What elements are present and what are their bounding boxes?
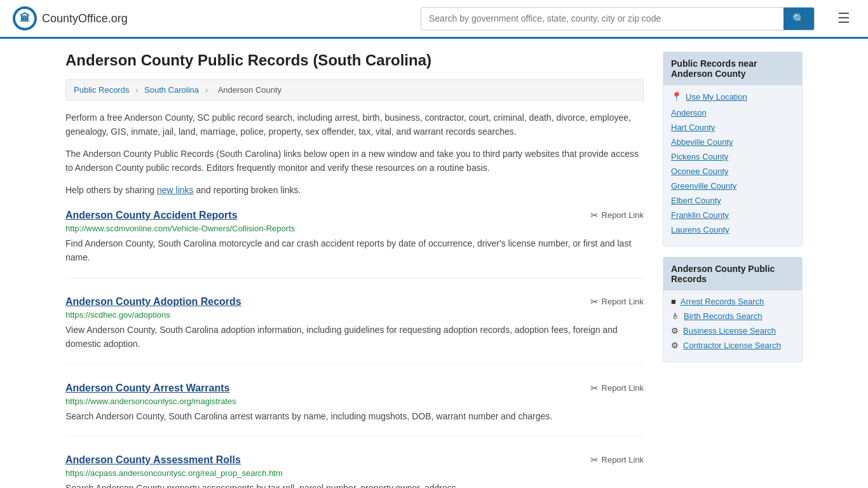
sidebar-record-item-3: ⚙ Contractor License Search: [671, 341, 794, 350]
svg-text:🏛: 🏛: [20, 12, 30, 24]
sidebar-record-item-2: ⚙ Business License Search: [671, 326, 794, 336]
description-paragraph-1: Perform a free Anderson County, SC publi…: [65, 111, 644, 139]
nearby-link-7[interactable]: Franklin County: [671, 210, 794, 220]
breadcrumb: Public Records › South Carolina › Anders…: [65, 79, 644, 100]
sidebar-record-item-1: 🕯 Birth Records Search: [671, 311, 794, 321]
nearby-link-8[interactable]: Laurens County: [671, 225, 794, 234]
scissors-icon-2: ✂: [590, 383, 599, 394]
scissors-icon-1: ✂: [590, 296, 599, 308]
record-icon-2: ⚙: [671, 326, 679, 336]
records-sidebar-body: ■ Arrest Records Search 🕯 Birth Records …: [663, 290, 802, 362]
record-entry: Anderson County Adoption Records ✂ Repor…: [65, 296, 644, 365]
record-title-0[interactable]: Anderson County Accident Reports: [65, 210, 238, 221]
record-title-1[interactable]: Anderson County Adoption Records: [65, 296, 241, 308]
record-desc-1: View Anderson County, South Carolina ado…: [65, 323, 644, 351]
nearby-body: 📍 Use My Location AndersonHart CountyAbb…: [663, 85, 802, 246]
breadcrumb-public-records[interactable]: Public Records: [74, 85, 129, 95]
sidebar-record-item-0: ■ Arrest Records Search: [671, 297, 794, 306]
content-area: Anderson County Public Records (South Ca…: [65, 51, 644, 488]
description3-pre: Help others by sharing: [65, 185, 157, 195]
search-button[interactable]: 🔍: [783, 8, 814, 30]
nearby-link-1[interactable]: Hart County: [671, 123, 794, 132]
sidebar-record-link-2[interactable]: Business License Search: [683, 326, 776, 336]
records-sidebar-section: Anderson County Public Records ■ Arrest …: [663, 257, 803, 362]
record-icon-0: ■: [671, 297, 676, 306]
records-sidebar-header: Anderson County Public Records: [663, 257, 802, 290]
record-icon-3: ⚙: [671, 341, 679, 350]
record-url-3[interactable]: https://acpass.andersoncountysc.org/real…: [65, 468, 644, 478]
search-area: 🔍: [421, 7, 815, 30]
report-link-label-0: Report Link: [602, 210, 644, 220]
nearby-header: Public Records near Anderson County: [663, 52, 802, 85]
record-header-0: Anderson County Accident Reports ✂ Repor…: [65, 210, 644, 221]
report-link-0[interactable]: ✂ Report Link: [590, 210, 644, 221]
report-link-label-1: Report Link: [602, 297, 644, 306]
menu-button[interactable]: ☰: [832, 8, 855, 29]
breadcrumb-south-carolina[interactable]: South Carolina: [144, 85, 199, 95]
nearby-link-6[interactable]: Elbert County: [671, 196, 794, 205]
sidebar-record-link-1[interactable]: Birth Records Search: [684, 311, 763, 321]
record-header-1: Anderson County Adoption Records ✂ Repor…: [65, 296, 644, 308]
site-header: 🏛 CountyOffice.org 🔍 ☰: [0, 0, 868, 39]
record-url-2[interactable]: https://www.andersoncountysc.org/magistr…: [65, 396, 644, 406]
report-link-2[interactable]: ✂ Report Link: [590, 383, 644, 394]
report-link-label-3: Report Link: [602, 455, 644, 464]
record-desc-0: Find Anderson County, South Carolina mot…: [65, 236, 644, 265]
record-desc-2: Search Anderson County, South Carolina a…: [65, 409, 644, 423]
record-icon-1: 🕯: [671, 311, 679, 321]
description-paragraph-3: Help others by sharing new links and rep…: [65, 183, 644, 197]
page-title: Anderson County Public Records (South Ca…: [65, 51, 644, 69]
record-entry: Anderson County Assessment Rolls ✂ Repor…: [65, 454, 644, 488]
use-my-location-link[interactable]: Use My Location: [686, 92, 747, 102]
record-title-2[interactable]: Anderson County Arrest Warrants: [65, 383, 229, 394]
pin-icon: 📍: [671, 92, 682, 102]
record-header-3: Anderson County Assessment Rolls ✂ Repor…: [65, 454, 644, 466]
main-container: Anderson County Public Records (South Ca…: [53, 39, 815, 488]
nearby-link-0[interactable]: Anderson: [671, 108, 794, 118]
logo-icon: 🏛: [13, 6, 37, 30]
description-paragraph-2: The Anderson County Public Records (Sout…: [65, 147, 644, 175]
search-input[interactable]: [421, 8, 783, 29]
record-entry: Anderson County Arrest Warrants ✂ Report…: [65, 383, 644, 437]
breadcrumb-anderson-county: Anderson County: [218, 85, 281, 95]
record-desc-3: Search Anderson County property assessme…: [65, 481, 644, 488]
record-title-3[interactable]: Anderson County Assessment Rolls: [65, 454, 241, 466]
logo-text: CountyOffice.org: [42, 12, 128, 25]
record-header-2: Anderson County Arrest Warrants ✂ Report…: [65, 383, 644, 394]
sidebar-record-link-0[interactable]: Arrest Records Search: [681, 297, 764, 306]
record-entry: Anderson County Accident Reports ✂ Repor…: [65, 210, 644, 278]
sidebar-record-links: ■ Arrest Records Search 🕯 Birth Records …: [671, 297, 794, 350]
records-list: Anderson County Accident Reports ✂ Repor…: [65, 210, 644, 488]
record-url-0[interactable]: http://www.scdmvonline.com/Vehicle-Owner…: [65, 224, 644, 233]
sidebar-record-link-3[interactable]: Contractor License Search: [683, 341, 781, 350]
logo-suffix: .org: [108, 12, 128, 25]
nearby-link-4[interactable]: Oconee County: [671, 166, 794, 176]
breadcrumb-sep1: ›: [135, 85, 138, 95]
report-link-label-2: Report Link: [602, 383, 644, 393]
nearby-section: Public Records near Anderson County 📍 Us…: [663, 51, 803, 247]
sidebar: Public Records near Anderson County 📍 Us…: [663, 51, 803, 488]
logo-area[interactable]: 🏛 CountyOffice.org: [13, 6, 128, 30]
report-link-1[interactable]: ✂ Report Link: [590, 296, 644, 308]
new-links-link[interactable]: new links: [157, 185, 194, 195]
breadcrumb-sep2: ›: [205, 85, 208, 95]
report-link-3[interactable]: ✂ Report Link: [590, 454, 644, 466]
nearby-link-3[interactable]: Pickens County: [671, 152, 794, 161]
nearby-links: AndersonHart CountyAbbeville CountyPicke…: [671, 108, 794, 234]
record-url-1[interactable]: https://scdhec.gov/adoptions: [65, 310, 644, 320]
scissors-icon-0: ✂: [590, 210, 599, 221]
logo-name: CountyOffice: [42, 12, 108, 25]
use-location-row[interactable]: 📍 Use My Location: [671, 92, 794, 102]
nearby-link-5[interactable]: Greenville County: [671, 181, 794, 191]
description3-post: and reporting broken links.: [194, 185, 301, 195]
scissors-icon-3: ✂: [590, 454, 599, 466]
nearby-link-2[interactable]: Abbeville County: [671, 137, 794, 147]
